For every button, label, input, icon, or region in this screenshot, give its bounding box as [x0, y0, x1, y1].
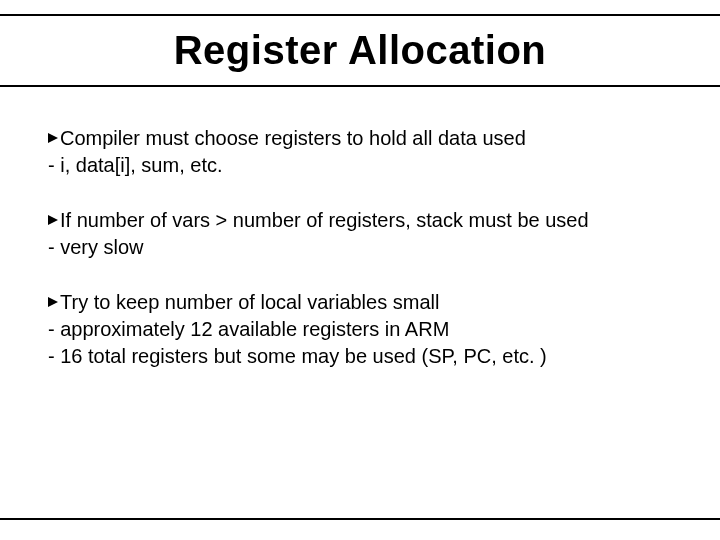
arrow-right-icon: [48, 287, 58, 314]
bullet-lead-line: Try to keep number of local variables sm…: [48, 289, 672, 316]
bullet-sub-line: - 16 total registers but some may be use…: [48, 343, 672, 370]
bullet-lead-text: Try to keep number of local variables sm…: [60, 291, 439, 313]
bullet-sub-line: - i, data[i], sum, etc.: [48, 152, 672, 179]
bullet-lead-line: Compiler must choose registers to hold a…: [48, 125, 672, 152]
bullet-lead-line: If number of vars > number of registers,…: [48, 207, 672, 234]
bullet-lead-text: If number of vars > number of registers,…: [60, 209, 589, 231]
bottom-divider: [0, 518, 720, 520]
title-band: Register Allocation: [0, 14, 720, 87]
slide-title: Register Allocation: [0, 28, 720, 73]
svg-marker-2: [48, 297, 58, 307]
bullet-sub-line: - very slow: [48, 234, 672, 261]
slide-content: Compiler must choose registers to hold a…: [0, 87, 720, 370]
bullet-item: If number of vars > number of registers,…: [48, 207, 672, 261]
svg-marker-1: [48, 215, 58, 225]
bullet-sub-line: - approximately 12 available registers i…: [48, 316, 672, 343]
slide: Register Allocation Compiler must choose…: [0, 14, 720, 540]
bullet-item: Try to keep number of local variables sm…: [48, 289, 672, 370]
bullet-item: Compiler must choose registers to hold a…: [48, 125, 672, 179]
svg-marker-0: [48, 133, 58, 143]
arrow-right-icon: [48, 205, 58, 232]
bullet-lead-text: Compiler must choose registers to hold a…: [60, 127, 526, 149]
arrow-right-icon: [48, 123, 58, 150]
